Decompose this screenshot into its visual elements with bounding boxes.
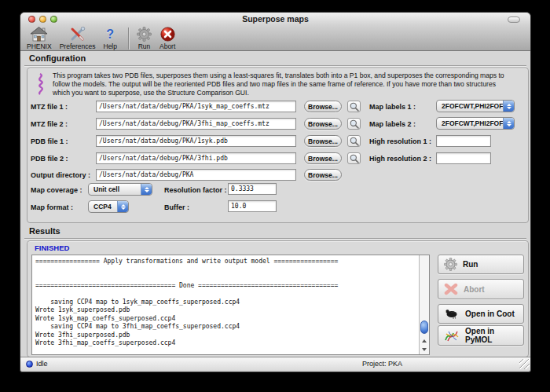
toolbar-toggle-button[interactable] [508,16,520,23]
output-directory-label: Output directory : [31,171,90,179]
map-labels-2-select[interactable]: 2FOFCWT,PHI2FOF... [436,117,515,130]
high-resolution-2-input[interactable] [436,152,491,164]
resolution-factor-input[interactable] [228,183,277,195]
buffer-label: Buffer : [164,203,189,211]
open-in-pymol-button[interactable]: Open in PyMOL [438,325,524,346]
output-directory-input[interactable] [96,169,296,181]
abort-button-label: Abort [464,285,485,294]
pdb-file-2-input[interactable] [96,152,296,164]
configuration-divider [24,65,526,66]
scroll-down-button[interactable] [420,345,429,354]
coot-button-label: Open in Coot [465,310,515,318]
preferences-label: Preferences [60,42,96,50]
results-groupbox: FINISHED ================= Apply transfo… [27,240,529,357]
mtz-file-2-view-button[interactable] [347,118,361,130]
results-divider [24,238,526,239]
run-toolbar-button[interactable]: Run [137,27,152,50]
resize-grip[interactable] [519,359,530,369]
configuration-groupbox: This program takes two PDB files, superp… [27,68,529,223]
pdb-file-2-label: PDB file 2 : [31,155,68,163]
preferences-button[interactable]: Preferences [60,27,96,50]
content-area: Configuration This program takes two PDB… [20,52,530,357]
map-format-value: CCP4 [94,203,112,211]
mtz-file-1-input[interactable] [96,101,296,112]
abort-x-icon [444,283,458,295]
scrollbar-thumb[interactable] [420,321,428,334]
buffer-input[interactable] [228,200,277,212]
mtz-file-1-browse-button[interactable]: Browse... [304,101,342,112]
console-output: ================= Apply transformations … [32,255,429,350]
toolbar: PHENIX Preferences ? Help [20,25,530,51]
map-format-label: Map format : [31,203,73,211]
resolution-factor-label: Resolution factor : [164,186,227,194]
home-icon [30,27,48,42]
popup-stepper-icon [141,184,152,195]
mtz-file-1-view-button[interactable] [347,101,361,112]
map-format-select[interactable]: CCP4 [88,200,129,213]
toolbar-divider [128,27,129,49]
configuration-description: This program takes two PDB files, superp… [53,71,515,97]
pdb-file-1-label: PDB file 1 : [31,137,68,145]
pdb-file-1-view-button[interactable] [347,135,361,147]
mtz-file-2-browse-button[interactable]: Browse... [304,118,342,130]
popup-stepper-icon [503,118,514,129]
map-labels-2-value: 2FOFCWT,PHI2FOF... [442,119,508,127]
gear-icon [137,27,152,42]
coot-bird-icon [444,308,460,320]
map-coverage-select[interactable]: Unit cell [88,183,152,196]
run-button[interactable]: Run [438,255,524,274]
console-scrollbar[interactable] [419,255,429,354]
window-title: Superpose maps [20,14,530,24]
help-icon: ? [106,27,114,42]
pdb-file-2-view-button[interactable] [347,152,361,164]
map-labels-1-label: Map labels 1 : [369,103,416,111]
magnifier-icon [350,154,359,163]
results-header: Results [29,226,60,236]
status-text: FINISHED [35,244,69,252]
abort-button[interactable]: Abort [438,279,524,299]
pymol-button-label: Open in PyMOL [465,327,523,344]
status-state: Idle [36,360,48,368]
status-bar: Idle Project: PKA [20,357,530,370]
pymol-molecule-icon [444,329,460,343]
help-button[interactable]: ? Help [104,27,117,50]
magnifier-icon [350,102,359,112]
molecule-ribbon-icon [34,73,47,98]
scroll-up-button[interactable] [420,336,429,345]
high-resolution-1-label: High resolution 1 : [369,137,431,145]
pdb-file-1-input[interactable] [96,135,296,147]
magnifier-icon [350,137,359,146]
high-resolution-1-input[interactable] [436,135,491,147]
project-label: Project: PKA [362,360,402,368]
map-labels-2-label: Map labels 2 : [369,120,416,128]
phenix-button[interactable]: PHENIX [27,27,52,50]
popup-stepper-icon [117,201,128,212]
mtz-file-1-label: MTZ file 1 : [31,103,68,111]
pdb-file-1-browse-button[interactable]: Browse... [304,135,342,147]
high-resolution-2-label: High resolution 2 : [369,155,431,163]
run-toolbar-label: Run [138,42,151,50]
map-coverage-label: Map coverage : [31,186,82,194]
open-in-coot-button[interactable]: Open in Coot [438,304,524,324]
pdb-file-2-browse-button[interactable]: Browse... [304,152,342,164]
map-labels-1-select[interactable]: 2FOFCWT,PHI2FOF... [436,100,515,112]
configuration-header: Configuration [29,53,86,63]
output-directory-browse-button[interactable]: Browse... [304,169,342,181]
run-button-label: Run [463,260,478,269]
mtz-file-2-label: MTZ file 2 : [31,120,68,128]
log-console[interactable]: ================= Apply transformations … [31,255,430,355]
app-window: Superpose maps PHENIX [20,12,531,372]
popup-stepper-icon [503,101,514,112]
gear-icon [444,258,457,271]
abort-toolbar-label: Abort [160,42,175,50]
abort-icon [160,27,175,42]
tools-icon [69,27,86,42]
title-bar[interactable]: Superpose maps [20,13,530,25]
status-indicator-icon [26,361,33,368]
magnifier-icon [350,119,359,129]
mtz-file-2-input[interactable] [96,118,296,130]
map-labels-1-value: 2FOFCWT,PHI2FOF... [442,102,508,110]
map-coverage-value: Unit cell [94,185,119,193]
help-label: Help [104,42,117,50]
abort-toolbar-button[interactable]: Abort [160,27,175,50]
